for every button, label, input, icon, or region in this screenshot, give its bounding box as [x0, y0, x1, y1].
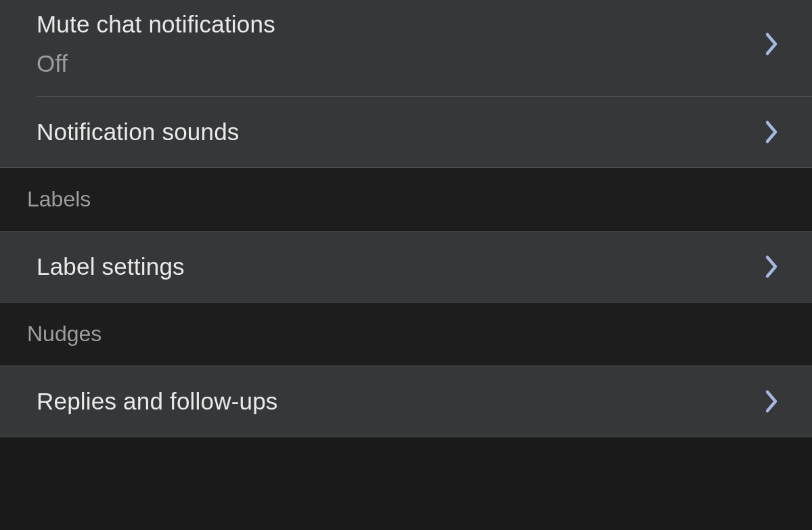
mute-chat-value: Off [37, 50, 275, 77]
nudges-section: Replies and follow-ups [0, 366, 812, 437]
label-settings-item[interactable]: Label settings [0, 231, 812, 302]
chevron-right-icon [765, 120, 778, 144]
nudges-section-header: Nudges [0, 302, 812, 366]
notification-sounds-content: Notification sounds [37, 118, 240, 146]
labels-header-text: Labels [27, 187, 785, 212]
replies-followups-title: Replies and follow-ups [37, 388, 278, 415]
notification-sounds-item[interactable]: Notification sounds [0, 97, 812, 167]
mute-chat-notifications-item[interactable]: Mute chat notifications Off [0, 0, 812, 96]
bottom-divider [0, 437, 812, 437]
replies-followups-content: Replies and follow-ups [37, 388, 278, 415]
labels-section: Label settings [0, 231, 812, 302]
replies-followups-item[interactable]: Replies and follow-ups [0, 366, 812, 437]
notification-sounds-title: Notification sounds [37, 118, 240, 146]
labels-section-header: Labels [0, 167, 812, 231]
nudges-header-text: Nudges [27, 322, 785, 347]
chevron-right-icon [765, 32, 778, 56]
mute-chat-content: Mute chat notifications Off [37, 11, 275, 77]
chevron-right-icon [765, 389, 778, 414]
notifications-section: Mute chat notifications Off Notification… [0, 0, 812, 167]
label-settings-title: Label settings [37, 253, 185, 280]
chevron-right-icon [765, 255, 778, 279]
label-settings-content: Label settings [37, 253, 185, 280]
mute-chat-title: Mute chat notifications [37, 11, 275, 38]
